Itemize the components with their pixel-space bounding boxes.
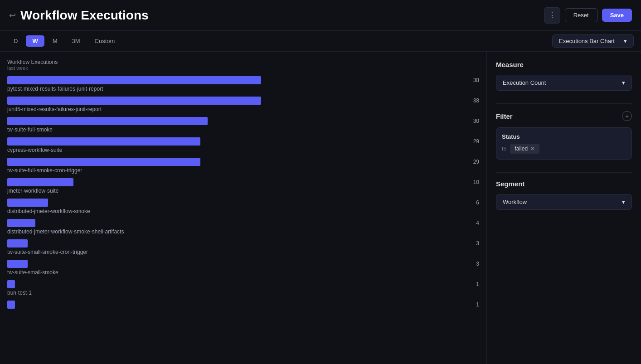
bar-row: 4distributed-jmeter-workflow-smoke-shell… [7,219,479,235]
filter-tag-label: failed [515,146,528,152]
header-left: ↩ Workflow Executions [9,8,149,23]
bar-row: 29cypress-workflow-suite [7,137,479,153]
header-right: ⋮ Reset Save [544,7,632,24]
bar-fill [7,301,15,309]
reset-button[interactable]: Reset [565,8,597,22]
bar-row: 3tw-suite-small-smoke-cron-trigger [7,239,479,255]
measure-dropdown[interactable]: Execution Count ▾ [496,75,632,91]
bar-label: cypress-workflow-suite [7,147,479,153]
chart-type-selector[interactable]: Executions Bar Chart ▾ [552,34,634,48]
bar-value: 38 [473,77,479,83]
bar-label: junit5-mixed-results-failures-junit-repo… [7,106,479,112]
tab-w[interactable]: W [26,35,44,47]
bar-fill [7,260,28,268]
bar-row: 38pytest-mixed-results-failures-junit-re… [7,76,479,92]
bar-value: 1 [476,281,479,287]
bar-track: 4 [7,219,479,227]
bar-track: 10 [7,178,479,186]
filter-card: Status IS failed ✕ [496,127,632,160]
bar-track: 38 [7,97,479,105]
bar-fill [7,199,48,207]
plus-circle-icon: + [622,111,632,121]
chart-panel: Workflow Executions last week 38pytest-m… [0,52,487,364]
measure-title: Measure [496,61,632,68]
bar-value: 3 [476,261,479,267]
segment-dropdown-label: Workflow [503,199,527,205]
bar-fill [7,76,261,84]
bar-label: tw-suite-small-smoke-cron-trigger [7,249,479,255]
bar-label: tw-suite-small-smoke [7,269,479,276]
tabs-bar: D W M 3M Custom Executions Bar Chart ▾ [0,31,641,52]
save-button[interactable]: Save [602,9,632,22]
tab-m[interactable]: M [46,35,64,47]
bar-value: 29 [473,159,479,165]
filter-section: Filter + Status IS failed ✕ [496,111,632,160]
chart-type-label: Executions Bar Chart [559,38,615,44]
bar-row: 1 [7,301,479,309]
chart-title: Workflow Executions [7,59,479,65]
measure-dropdown-label: Execution Count [503,79,546,86]
segment-dropdown[interactable]: Workflow ▾ [496,194,632,210]
bar-row: 3tw-suite-small-smoke [7,260,479,276]
measure-section: Measure Execution Count ▾ [496,61,632,91]
bar-row: 10jmeter-workflow-suite [7,178,479,194]
bar-fill [7,239,28,248]
tab-custom[interactable]: Custom [88,35,121,47]
bar-row: 38junit5-mixed-results-failures-junit-re… [7,97,479,112]
bar-fill [7,137,200,146]
header: ↩ Workflow Executions ⋮ Reset Save [0,0,641,31]
bar-label: pytest-mixed-results-failures-junit-repo… [7,86,479,92]
bar-fill [7,117,208,125]
bar-track: 3 [7,260,479,268]
bar-track: 30 [7,117,479,125]
segment-section: Segment Workflow ▾ [496,180,632,210]
bar-label: bun-test-1 [7,290,479,296]
bar-row: 6distributed-jmeter-workflow-smoke [7,199,479,214]
bar-value: 30 [473,118,479,124]
tab-d[interactable]: D [7,35,24,47]
chart-meta: Workflow Executions last week [7,59,479,71]
divider-1 [496,103,632,104]
bar-track: 1 [7,301,479,309]
bar-label: distributed-jmeter-workflow-smoke [7,208,479,214]
bar-fill [7,97,261,105]
add-filter-button[interactable]: + [622,111,632,121]
filter-title: Filter [496,112,513,120]
filter-tag-close-button[interactable]: ✕ [530,146,535,152]
filter-tag-failed: failed ✕ [510,144,539,154]
filter-header: Filter + [496,111,632,121]
divider-2 [496,172,632,173]
segment-title: Segment [496,180,632,188]
bar-value: 6 [476,199,479,206]
bar-value: 10 [473,179,479,185]
chart-subtitle: last week [7,65,479,71]
bar-track: 6 [7,199,479,207]
bar-label: jmeter-workflow-suite [7,188,479,194]
filter-is-label: IS [502,146,506,151]
page-title: Workflow Executions [20,8,149,23]
bar-track: 29 [7,158,479,166]
bar-track: 1 [7,280,479,288]
bar-row: 30tw-suite-full-smoke [7,117,479,133]
bar-label: distributed-jmeter-workflow-smoke-shell-… [7,228,479,235]
bar-track: 38 [7,76,479,84]
bar-value: 29 [473,138,479,145]
bar-row: 1bun-test-1 [7,280,479,296]
bar-track: 3 [7,239,479,248]
bar-label: tw-suite-full-smoke [7,126,479,133]
bar-label: tw-suite-full-smoke-cron-trigger [7,167,479,174]
bars-container: 38pytest-mixed-results-failures-junit-re… [7,76,479,309]
more-button[interactable]: ⋮ [544,7,560,24]
tab-3m[interactable]: 3M [66,35,87,47]
bar-fill [7,178,73,186]
chevron-down-icon: ▾ [622,79,625,86]
bar-track: 29 [7,137,479,146]
bar-value: 3 [476,240,479,247]
back-icon[interactable]: ↩ [9,10,16,20]
bar-row: 29tw-suite-full-smoke-cron-trigger [7,158,479,174]
filter-row: IS failed ✕ [502,144,626,154]
bar-fill [7,158,200,166]
chevron-down-icon: ▾ [624,38,627,44]
bar-value: 4 [476,220,479,226]
bar-value: 38 [473,97,479,104]
